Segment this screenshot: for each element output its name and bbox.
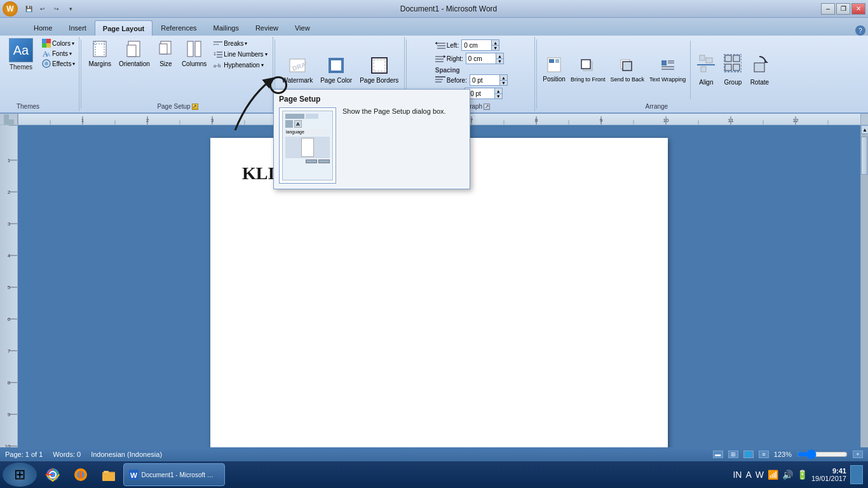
watermark-button[interactable]: DRAFT Watermark <box>279 55 316 86</box>
orientation-button[interactable]: Orientation <box>116 38 153 69</box>
svg-rect-49 <box>623 62 632 71</box>
page-setup-group: Margins Orientation Size <box>83 37 273 111</box>
indent-right-icon <box>435 55 445 62</box>
themes-group: Aa Themes Colors ▾ AA Fonts ▾ Effects <box>3 37 79 111</box>
hyphenation-button[interactable]: a-b Hyphenation ▾ <box>211 60 269 70</box>
tab-insert[interactable]: Insert <box>60 20 95 36</box>
quick-access-save[interactable]: 💾 <box>23 4 34 14</box>
clock[interactable]: 9:41 19/01/2017 <box>811 467 846 482</box>
align-button[interactable]: Align <box>693 53 719 87</box>
indent-right-spinbox[interactable]: 0 cm ▲ ▼ <box>466 53 504 64</box>
indent-left-spinbox[interactable]: 0 cm ▲ ▼ <box>461 39 499 51</box>
effects-button[interactable]: Effects ▾ <box>41 58 76 69</box>
vertical-scrollbar[interactable]: ▲ ⊙ ▲ ▼ ▼ <box>860 125 868 488</box>
text-wrapping-button[interactable]: Text Wrapping <box>648 57 688 84</box>
status-view-web[interactable]: 🌐 <box>743 451 754 458</box>
spacing-before-up[interactable]: ▲ <box>499 75 507 80</box>
scroll-up-button[interactable]: ▲ <box>861 125 868 134</box>
themes-label: Themes <box>10 64 32 71</box>
status-bar: Page: 1 of 1 Words: 0 Indonesian (Indone… <box>0 447 868 461</box>
themes-button[interactable]: Aa Themes <box>5 38 37 71</box>
svg-rect-59 <box>725 55 731 62</box>
indent-label: Left: <box>447 42 459 49</box>
tab-review[interactable]: Review <box>247 20 287 36</box>
svg-text:W: W <box>130 471 137 479</box>
taskbar-explorer[interactable] <box>95 463 122 486</box>
line-numbers-button[interactable]: 1 Line Numbers ▾ <box>211 49 269 59</box>
help-button[interactable]: ? <box>855 25 865 36</box>
svg-text:A: A <box>46 51 50 58</box>
quick-access-redo[interactable]: ↪ <box>51 4 62 14</box>
tab-home[interactable]: Home <box>25 20 60 36</box>
colors-button[interactable]: Colors ▾ <box>41 38 76 48</box>
start-button[interactable]: ⊞ <box>3 463 37 487</box>
columns-icon <box>187 40 202 60</box>
tab-page-layout[interactable]: Page Layout <box>95 20 153 36</box>
minimize-button[interactable]: – <box>821 3 835 15</box>
bring-to-front-button[interactable]: Bring to Front <box>569 57 607 84</box>
taskbar-right: IN A W 📶 🔊 🔋 9:41 19/01/2017 <box>733 465 868 484</box>
zoom-in-button[interactable]: + <box>853 451 863 458</box>
svg-rect-44 <box>549 59 554 63</box>
size-button[interactable]: Size <box>154 38 177 69</box>
spacing-before-down[interactable]: ▼ <box>499 80 507 85</box>
page-color-button[interactable]: Page Color <box>317 55 355 86</box>
taskbar-word[interactable]: W Document1 - Microsoft Word <box>123 463 225 486</box>
tray-network[interactable]: 📶 <box>768 470 778 480</box>
group-icon <box>724 54 742 79</box>
rotate-button[interactable]: Rotate <box>747 53 772 87</box>
tray-lang[interactable]: IN <box>733 470 742 480</box>
title-bar-left: W 💾 ↩ ↪ ▾ <box>0 1 76 17</box>
zoom-slider[interactable] <box>797 451 848 458</box>
tray-word-icon[interactable]: W <box>756 470 764 480</box>
paragraph-launcher[interactable]: ↗ <box>484 104 490 110</box>
tab-mailings[interactable]: Mailings <box>205 20 247 36</box>
svg-rect-0 <box>42 39 46 43</box>
indent-left-down[interactable]: ▼ <box>491 45 499 50</box>
align-icon <box>697 54 715 79</box>
show-desktop-button[interactable] <box>850 465 863 484</box>
tab-references[interactable]: References <box>153 20 205 36</box>
page-borders-button[interactable]: Page Borders <box>356 55 402 86</box>
status-view-outline[interactable]: ≡ <box>759 451 769 458</box>
indent-right-down[interactable]: ▼ <box>496 58 503 64</box>
tray-volume[interactable]: 🔊 <box>782 470 793 480</box>
restore-button[interactable]: ❐ <box>836 3 850 15</box>
active-app-label: Document1 - Microsoft Word <box>141 471 219 478</box>
indent-right-up[interactable]: ▲ <box>496 53 503 58</box>
svg-rect-29 <box>372 58 387 73</box>
quick-access-undo[interactable]: ↩ <box>37 4 48 14</box>
scroll-track[interactable] <box>861 134 868 470</box>
page-setup-launcher[interactable]: ↗ <box>192 104 198 110</box>
tray-battery[interactable]: 🔋 <box>797 470 808 480</box>
svg-rect-56 <box>706 58 712 63</box>
status-view-fullscreen[interactable]: ⊞ <box>728 451 738 458</box>
taskbar-chrome[interactable] <box>39 463 66 486</box>
status-view-print[interactable]: ▬ <box>713 451 723 458</box>
words-info: Words: 0 <box>53 451 81 458</box>
divider-1 <box>81 39 81 109</box>
breaks-button[interactable]: Breaks ▾ <box>211 38 269 48</box>
columns-button[interactable]: Columns <box>179 38 210 69</box>
svg-rect-17 <box>195 41 201 57</box>
scroll-thumb[interactable] <box>861 137 867 175</box>
spacing-after-up[interactable]: ▲ <box>494 88 502 93</box>
quick-access-dropdown[interactable]: ▾ <box>65 4 76 14</box>
close-button[interactable]: ✕ <box>851 3 865 15</box>
tray-acrobat[interactable]: A <box>745 470 751 480</box>
taskbar-firefox[interactable] <box>67 463 94 486</box>
spacing-after-down[interactable]: ▼ <box>494 93 502 98</box>
group-button[interactable]: Group <box>720 53 745 87</box>
page-info: Page: 1 of 1 <box>5 451 43 458</box>
position-button[interactable]: Position <box>541 56 567 84</box>
office-logo[interactable]: W <box>3 1 18 17</box>
send-to-back-button[interactable]: Send to Back <box>608 57 646 84</box>
themes-group-label: Themes <box>3 103 53 110</box>
spacing-before-spinbox[interactable]: 0 pt ▲ ▼ <box>470 74 508 86</box>
margins-button[interactable]: Margins <box>85 38 114 69</box>
ribbon-tabs: Home Insert Page Layout References Maili… <box>0 18 868 36</box>
orientation-icon <box>126 40 142 60</box>
indent-left-up[interactable]: ▲ <box>491 40 499 45</box>
fonts-button[interactable]: AA Fonts ▾ <box>41 48 76 58</box>
tab-view[interactable]: View <box>287 20 318 36</box>
